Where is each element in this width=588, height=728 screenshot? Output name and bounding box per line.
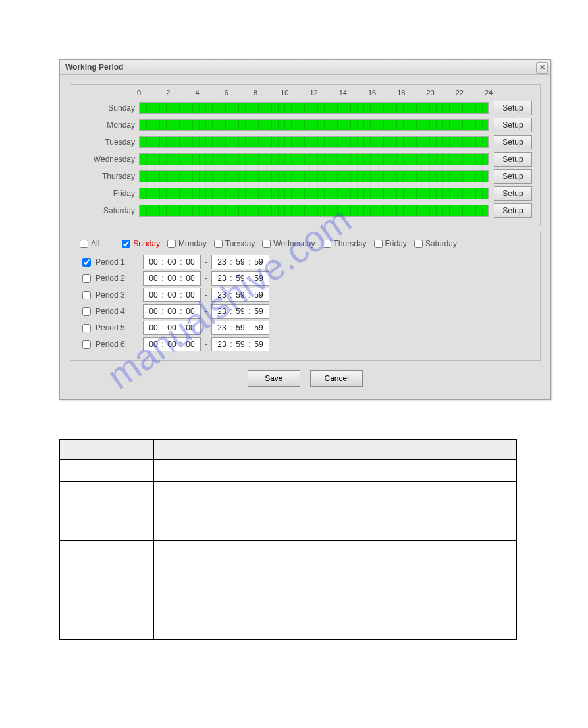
end-time-input[interactable]: 23:59:59	[211, 288, 269, 302]
day-bar[interactable]	[139, 136, 489, 148]
hour-tick: 10	[281, 89, 288, 97]
period-row: Period 4:00:00:00-23:59:59	[80, 304, 531, 319]
start-time-input[interactable]: 00:00:00	[143, 337, 201, 351]
reference-table	[59, 439, 517, 640]
hour-tick: 8	[254, 89, 257, 97]
period-checkbox-input[interactable]	[82, 274, 91, 283]
end-time-input[interactable]: 23:59:59	[211, 337, 269, 351]
checkbox-day-input[interactable]	[414, 240, 423, 248]
period-checkbox-input[interactable]	[82, 258, 91, 267]
period-checkbox-input[interactable]	[82, 340, 91, 349]
setup-button[interactable]: Setup	[494, 101, 532, 115]
day-label: Sunday	[77, 103, 139, 113]
setup-button[interactable]: Setup	[494, 118, 532, 132]
checkbox-all-label: All	[91, 239, 99, 248]
schedule-row: TuesdaySetup	[77, 134, 532, 151]
day-label: Thursday	[77, 172, 139, 181]
period-label: Period 2:	[95, 274, 127, 283]
start-time-input[interactable]: 00:00:00	[143, 271, 201, 286]
period-checkbox[interactable]: Period 3:	[80, 289, 143, 301]
end-time-input[interactable]: 23:59:59	[211, 271, 269, 286]
time-separator: -	[205, 323, 207, 332]
checkbox-all-input[interactable]	[80, 240, 88, 248]
schedule-row: MondaySetup	[77, 117, 532, 134]
time-separator: -	[205, 307, 207, 316]
day-label: Saturday	[77, 206, 139, 215]
period-checkbox[interactable]: Period 2:	[80, 273, 143, 285]
period-checkbox[interactable]: Period 5:	[80, 322, 143, 334]
hour-tick: 16	[368, 89, 376, 97]
period-checkbox-input[interactable]	[82, 307, 91, 316]
checkbox-day-input[interactable]	[374, 240, 383, 248]
checkbox-day-tuesday[interactable]: Tuesday	[214, 239, 255, 248]
setup-button[interactable]: Setup	[494, 203, 532, 218]
schedule-row: SaturdaySetup	[77, 202, 532, 219]
setup-button[interactable]: Setup	[494, 135, 532, 149]
checkbox-day-friday[interactable]: Friday	[374, 239, 407, 248]
checkbox-day-monday[interactable]: Monday	[167, 239, 207, 248]
schedule-chart: 024681012141618202224 SundaySetupMondayS…	[70, 84, 541, 226]
start-time-input[interactable]: 00:00:00	[143, 288, 201, 302]
titlebar: Working Period ✕	[60, 60, 550, 75]
period-checkbox[interactable]: Period 1:	[80, 256, 143, 269]
save-button[interactable]: Save	[248, 370, 300, 387]
day-label: Wednesday	[77, 155, 139, 164]
checkbox-day-sunday[interactable]: Sunday	[122, 239, 160, 248]
checkbox-day-label: Monday	[178, 239, 207, 248]
checkbox-day-input[interactable]	[214, 240, 223, 248]
day-bar[interactable]	[139, 205, 489, 217]
day-label: Friday	[77, 189, 139, 198]
hour-tick: 4	[195, 89, 199, 97]
end-time-input[interactable]: 23:59:59	[211, 255, 269, 269]
hour-tick: 0	[137, 89, 141, 97]
periods-editor: All Sunday Monday Tuesday Wednesday Thur…	[70, 232, 541, 361]
start-time-input[interactable]: 00:00:00	[143, 304, 201, 319]
checkbox-day-label: Friday	[385, 239, 407, 248]
period-checkbox[interactable]: Period 6:	[80, 338, 143, 351]
schedule-row: SundaySetup	[77, 99, 532, 117]
day-bar[interactable]	[139, 170, 489, 182]
period-row: Period 6:00:00:00-23:59:59	[80, 337, 531, 351]
hour-tick: 24	[485, 89, 493, 97]
checkbox-day-saturday[interactable]: Saturday	[414, 239, 457, 248]
day-bar[interactable]	[139, 188, 489, 199]
day-bar[interactable]	[139, 153, 489, 165]
schedule-row: FridaySetup	[77, 185, 532, 202]
checkbox-day-wednesday[interactable]: Wednesday	[262, 239, 315, 248]
setup-button[interactable]: Setup	[494, 152, 532, 167]
checkbox-day-input[interactable]	[167, 240, 176, 248]
day-label: Tuesday	[77, 138, 139, 147]
period-row: Period 5:00:00:00-23:59:59	[80, 321, 531, 335]
start-time-input[interactable]: 00:00:00	[143, 255, 201, 269]
time-separator: -	[205, 290, 207, 299]
hour-tick: 6	[225, 89, 228, 97]
period-checkbox[interactable]: Period 4:	[80, 305, 143, 318]
checkbox-day-label: Tuesday	[225, 239, 255, 248]
period-row: Period 1:00:00:00-23:59:59	[80, 255, 531, 269]
period-checkbox-input[interactable]	[82, 291, 91, 299]
checkbox-day-input[interactable]	[122, 240, 130, 248]
day-label: Monday	[77, 120, 139, 130]
checkbox-day-input[interactable]	[262, 240, 271, 248]
cancel-button[interactable]: Cancel	[310, 370, 363, 387]
time-separator: -	[205, 257, 207, 267]
start-time-input[interactable]: 00:00:00	[143, 321, 201, 335]
hour-tick: 12	[309, 89, 317, 97]
checkbox-day-label: Thursday	[334, 239, 367, 248]
end-time-input[interactable]: 23:59:59	[211, 321, 269, 335]
setup-button[interactable]: Setup	[494, 186, 532, 201]
setup-button[interactable]: Setup	[494, 169, 532, 184]
checkbox-day-input[interactable]	[323, 240, 331, 248]
hour-tick: 14	[339, 89, 347, 97]
day-bar[interactable]	[139, 102, 489, 114]
period-checkbox-input[interactable]	[82, 324, 91, 332]
end-time-input[interactable]: 23:59:59	[211, 304, 269, 319]
checkbox-day-thursday[interactable]: Thursday	[323, 239, 367, 248]
schedule-row: WednesdaySetup	[77, 151, 532, 168]
checkbox-all[interactable]: All	[80, 239, 99, 248]
time-separator: -	[205, 340, 207, 349]
schedule-row: ThursdaySetup	[77, 168, 532, 185]
day-bar[interactable]	[139, 119, 489, 131]
close-icon[interactable]: ✕	[536, 62, 548, 74]
period-label: Period 4:	[95, 307, 127, 316]
